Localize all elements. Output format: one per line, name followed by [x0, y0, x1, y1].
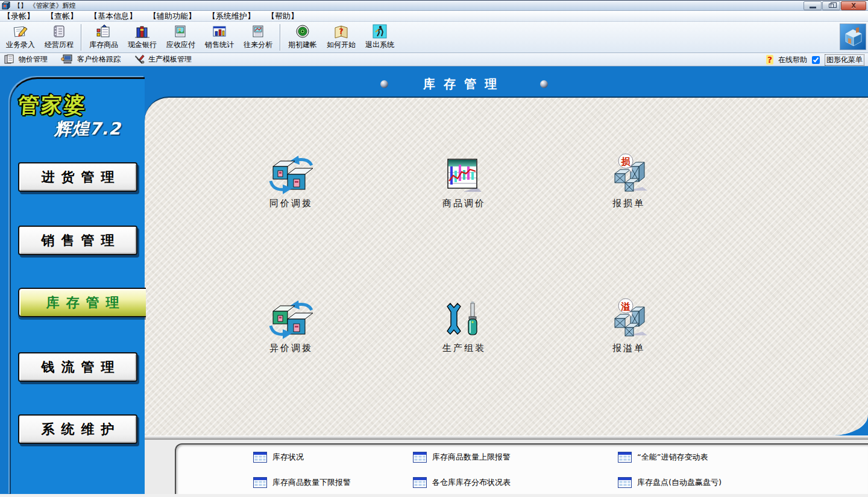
receivable-payable-icon	[173, 24, 189, 39]
table-icon	[413, 477, 427, 488]
toolbar-button-customer-price-tracking[interactable]: 客户价格跟踪	[61, 54, 121, 65]
app-icon-production-assembly[interactable]: 生产组装	[417, 300, 511, 354]
exit-system-icon	[372, 24, 388, 39]
table-icon	[618, 477, 632, 488]
menu-item-record[interactable]: 【录帐】	[3, 11, 34, 22]
main-toolbar: 业务录入 经营历程 库存商品	[0, 22, 868, 53]
overflow-boxes-icon: 溢	[608, 298, 650, 340]
price-chart-icon	[445, 156, 483, 195]
initial-setup-icon	[295, 24, 310, 39]
app-icon-loss-report[interactable]: 损 报损单	[582, 153, 676, 209]
brand-cube-logo[interactable]	[840, 24, 866, 50]
toolbar-separator	[81, 24, 82, 51]
inventory-goods-icon	[96, 24, 112, 39]
app-icon	[2, 1, 10, 10]
report-link-lower-limit-alert[interactable]: 库存商品数量下限报警	[253, 477, 351, 488]
loss-badge-char: 损	[621, 156, 631, 167]
toolbar-button-inventory-goods[interactable]: 库存商品	[84, 23, 123, 52]
customer-price-tracking-icon	[61, 54, 74, 65]
toolbar-button-production-template[interactable]: 生产模板管理	[134, 54, 192, 65]
toolbar-button-how-to-start[interactable]: ? 如何开始	[322, 23, 360, 52]
menu-item-help[interactable]: 【帮助】	[267, 11, 298, 22]
graphical-menu-label[interactable]: 图形化菜单	[825, 54, 864, 66]
sidebar: 管家婆 辉煌7.2 进货管理 销售管理 库存管理 钱流管理 系统维护	[10, 77, 145, 495]
toolbar-button-transaction-analysis[interactable]: 往来分析	[239, 23, 277, 52]
toolbar-separator	[280, 24, 281, 51]
menu-item-system-maintenance[interactable]: 【系统维护】	[208, 11, 255, 22]
bottom-edge-strip	[0, 494, 868, 497]
title-bar: 【】 《管家婆》辉煌 X	[0, 0, 868, 11]
toolbar-button-exit-system[interactable]: 退出系统	[360, 23, 399, 52]
secondary-toolbar: 物价管理 客户价格跟踪 生产模板管理 ? 在线帮助	[0, 53, 868, 66]
overflow-badge-char: 溢	[621, 301, 631, 312]
report-link-warehouse-distribution[interactable]: 各仓库库存分布状况表	[413, 477, 511, 488]
menu-item-basic-info[interactable]: 【基本信息】	[90, 11, 137, 22]
app-icon-label: 异价调拨	[244, 343, 338, 354]
warehouse-transfer-diff-icon	[266, 300, 316, 340]
sphere-ornament-icon	[380, 80, 388, 88]
window-controls: X	[804, 1, 866, 10]
window-title: 【】 《管家婆》辉煌	[14, 1, 76, 10]
section-heading: 库存管理	[380, 76, 548, 92]
app-icon-label: 生产组装	[417, 343, 511, 354]
toolbar-button-receivable-payable[interactable]: 应收应付	[162, 23, 200, 52]
restore-button[interactable]	[822, 1, 840, 10]
production-template-icon	[134, 54, 145, 65]
page-title: 库存管理	[423, 76, 505, 92]
report-link-upper-limit-alert[interactable]: 库存商品数量上限报警	[413, 452, 511, 463]
cash-bank-icon	[134, 24, 150, 39]
toolbar-button-cash-bank[interactable]: 现金银行	[123, 23, 162, 52]
app-icon-overflow-report[interactable]: 溢 报溢单	[582, 298, 676, 354]
table-icon	[413, 452, 427, 463]
cube-3d-icon	[840, 24, 866, 49]
report-link-omnipotent-change-table[interactable]: “全能”进销存变动表	[618, 452, 708, 463]
sidebar-item-purchase-management[interactable]: 进货管理	[18, 162, 137, 192]
sidebar-item-system-maintenance[interactable]: 系统维护	[18, 414, 137, 444]
toolbar-button-business-history[interactable]: 经营历程	[40, 23, 78, 52]
online-help-icon: ?	[766, 55, 773, 65]
graphical-menu-checkbox[interactable]	[812, 56, 820, 64]
table-icon	[253, 452, 267, 463]
table-icon	[253, 477, 267, 488]
svg-text:?: ?	[339, 27, 344, 36]
app-icon-diff-price-transfer[interactable]: 异价调拨	[244, 300, 338, 354]
tools-icon	[445, 300, 483, 340]
how-to-start-icon: ?	[333, 24, 349, 39]
sidebar-item-cashflow-management[interactable]: 钱流管理	[18, 352, 137, 382]
toolbar-button-price-management[interactable]: 物价管理	[4, 54, 48, 65]
warehouse-transfer-icon	[266, 156, 316, 195]
app-icon-goods-price-adjust[interactable]: 商品调价	[417, 156, 511, 209]
price-management-icon	[4, 54, 16, 65]
online-help-button[interactable]: 在线帮助	[778, 55, 807, 65]
brand-logo-line1: 管家婆	[17, 91, 87, 119]
sidebar-item-sales-management[interactable]: 销售管理	[18, 226, 137, 255]
menu-bar: 【录帐】 【查帐】 【基本信息】 【辅助功能】 【系统维护】 【帮助】	[0, 11, 868, 22]
sphere-ornament-icon	[540, 80, 548, 88]
brand-logo-line2: 辉煌7.2	[54, 118, 121, 141]
report-panel: 库存状况 库存商品数量上限报警	[175, 443, 868, 497]
close-button[interactable]: X	[841, 1, 866, 10]
minimize-icon	[810, 7, 816, 8]
app-icon-label: 商品调价	[417, 198, 511, 209]
toolbar-button-sales-stats[interactable]: 销售统计	[200, 23, 239, 52]
business-history-icon	[51, 24, 67, 39]
loss-boxes-icon: 损	[608, 153, 650, 195]
toolbar-button-initial-setup[interactable]: 期初建帐	[283, 23, 322, 52]
sales-stats-icon	[212, 24, 227, 39]
menu-item-query[interactable]: 【查帐】	[46, 11, 78, 22]
sidebar-item-inventory-management[interactable]: 库存管理	[18, 288, 146, 317]
toolbar-button-business-entry[interactable]: 业务录入	[1, 23, 40, 52]
report-link-inventory-status[interactable]: 库存状况	[253, 452, 304, 463]
horizontal-separator	[145, 435, 868, 440]
minimize-button[interactable]	[804, 1, 822, 10]
report-link-stocktaking[interactable]: 库存盘点(自动盘赢盘亏)	[618, 477, 722, 488]
icon-panel: 同价调拨	[145, 97, 868, 435]
app-icon-same-price-transfer[interactable]: 同价调拨	[244, 156, 338, 209]
business-entry-icon	[13, 24, 28, 39]
table-icon	[618, 452, 632, 463]
app-icon-label: 报损单	[582, 198, 676, 209]
app-window: 【】 《管家婆》辉煌 X 【录帐】 【查帐】 【基本信息】 【辅助功能】 【系统…	[0, 0, 868, 497]
app-icon-label: 报溢单	[582, 343, 676, 354]
app-icon-label: 同价调拨	[244, 198, 338, 209]
menu-item-aux-functions[interactable]: 【辅助功能】	[149, 11, 196, 22]
